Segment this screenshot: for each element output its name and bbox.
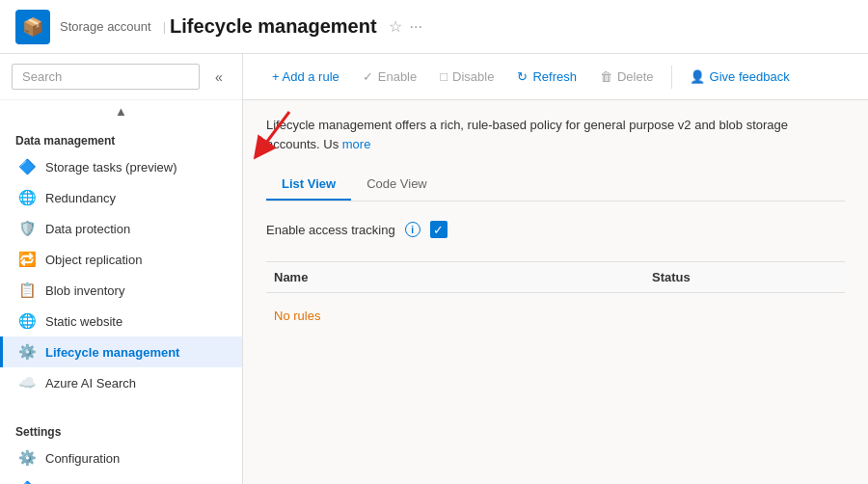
sidebar-item-object-replication[interactable]: 🔁 Object replication	[0, 244, 242, 275]
enable-access-tracking-row: Enable access tracking i ✓	[266, 221, 845, 238]
top-header: 📦 Storage account | Lifecycle management…	[0, 0, 868, 54]
sidebar-item-label: Blob inventory	[45, 283, 124, 298]
enable-button[interactable]: ✓ Enable	[353, 64, 426, 90]
sidebar-item-label: Lifecycle management	[45, 345, 179, 360]
toolbar-divider	[671, 66, 672, 89]
sidebar-item-redundancy[interactable]: 🌐 Redundancy	[0, 182, 242, 213]
enable-access-tracking-checkbox[interactable]: ✓	[430, 221, 448, 238]
data-lake-icon: 🔷	[18, 480, 36, 484]
sidebar-item-lifecycle-management[interactable]: ⚙️ Lifecycle management	[0, 336, 242, 367]
sidebar-item-azure-ai-search[interactable]: ☁️ Azure AI Search	[0, 367, 242, 398]
delete-button[interactable]: 🗑 Delete	[590, 64, 664, 90]
data-management-section-label: Data management	[0, 122, 242, 151]
refresh-icon: ↻	[517, 69, 528, 84]
sidebar-item-label: Configuration	[45, 451, 120, 466]
column-header-name: Name	[266, 270, 652, 284]
main-layout: « ▲ Data management 🔷 Storage tasks (pre…	[0, 54, 868, 484]
sidebar-item-static-website[interactable]: 🌐 Static website	[0, 306, 242, 336]
enable-label: Enable	[378, 69, 417, 84]
sidebar-item-blob-inventory[interactable]: 📋 Blob inventory	[0, 275, 242, 306]
refresh-button[interactable]: ↻ Refresh	[507, 64, 586, 90]
static-website-icon: 🌐	[18, 312, 36, 330]
breadcrumb: Storage account	[60, 19, 151, 34]
storage-account-icon: 📦	[15, 10, 50, 44]
disable-label: Disable	[452, 69, 494, 84]
settings-section-label: Settings	[0, 414, 242, 443]
delete-label: Delete	[617, 69, 654, 84]
sidebar-item-data-protection[interactable]: 🛡️ Data protection	[0, 213, 242, 244]
square-icon: □	[440, 69, 448, 84]
favorite-star-icon[interactable]: ☆	[389, 17, 402, 36]
sidebar-item-label: Static website	[45, 314, 122, 329]
more-options-icon[interactable]: ···	[410, 18, 422, 36]
lifecycle-management-icon: ⚙️	[18, 343, 36, 361]
configuration-icon: ⚙️	[18, 449, 36, 467]
column-header-status: Status	[652, 270, 845, 284]
azure-ai-search-icon: ☁️	[18, 374, 36, 391]
main-panel: + Add a rule ✓ Enable □ Disable ↻ Refres…	[243, 54, 868, 484]
toolbar: + Add a rule ✓ Enable □ Disable ↻ Refres…	[243, 54, 868, 100]
feedback-icon: 👤	[690, 69, 705, 84]
refresh-label: Refresh	[532, 69, 577, 84]
sidebar-item-label: Data protection	[45, 222, 130, 236]
enable-access-tracking-label: Enable access tracking	[266, 223, 395, 237]
tab-code-view[interactable]: Code View	[351, 169, 443, 201]
page-title: Lifecycle management	[170, 15, 377, 38]
object-replication-icon: 🔁	[18, 251, 36, 268]
disable-button[interactable]: □ Disable	[430, 64, 503, 90]
storage-tasks-icon: 🔷	[18, 158, 36, 175]
sidebar: « ▲ Data management 🔷 Storage tasks (pre…	[0, 54, 243, 484]
separator: |	[163, 19, 166, 34]
blob-inventory-icon: 📋	[18, 282, 36, 299]
chevron-up-icon: ▲	[115, 104, 127, 119]
table-header: Name Status	[266, 261, 845, 293]
tab-list-view[interactable]: List View	[266, 169, 351, 201]
checkmark-icon: ✓	[363, 69, 373, 84]
sidebar-item-data-lake-gen2[interactable]: 🔷 Data Lake Gen2 upgrade	[0, 473, 242, 484]
redundancy-icon: 🌐	[18, 189, 36, 206]
collapse-sidebar-button[interactable]: «	[207, 66, 231, 89]
scroll-up-button[interactable]: ▲	[0, 100, 242, 122]
info-icon[interactable]: i	[405, 222, 420, 237]
give-feedback-button[interactable]: 👤 Give feedback	[680, 64, 800, 90]
trash-icon: 🗑	[600, 69, 612, 84]
sidebar-item-label: Storage tasks (preview)	[45, 160, 177, 175]
data-protection-icon: 🛡️	[18, 220, 36, 237]
sidebar-item-storage-tasks[interactable]: 🔷 Storage tasks (preview)	[0, 151, 242, 182]
search-box: «	[0, 54, 242, 100]
sidebar-item-configuration[interactable]: ⚙️ Configuration	[0, 443, 242, 473]
sidebar-item-label: Azure AI Search	[45, 376, 136, 390]
info-text: Lifecycle management offers a rich, rule…	[266, 116, 845, 153]
no-rules-message: No rules	[266, 293, 845, 338]
add-rule-button[interactable]: + Add a rule	[262, 64, 349, 90]
more-link[interactable]: more	[342, 137, 371, 151]
search-input[interactable]	[12, 64, 200, 90]
main-content: Lifecycle management offers a rich, rule…	[243, 100, 868, 484]
sidebar-item-label: Object replication	[45, 253, 142, 267]
sidebar-item-label: Redundancy	[45, 191, 116, 205]
tab-bar: List View Code View	[266, 169, 845, 202]
give-feedback-label: Give feedback	[710, 69, 790, 84]
